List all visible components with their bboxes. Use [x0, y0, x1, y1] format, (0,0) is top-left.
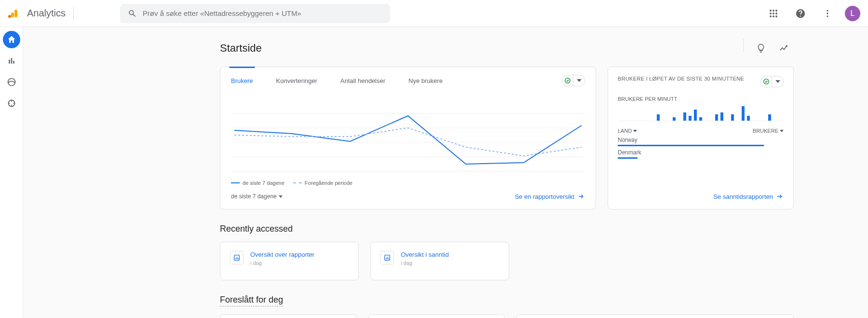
- suggested-card: Brukere ▾ etterLand-ID ▾LANDBRUKERE: [516, 314, 794, 318]
- search-icon: [128, 9, 137, 18]
- svg-rect-30: [387, 257, 388, 259]
- explore-icon: [7, 77, 16, 87]
- analytics-logo-icon: [8, 8, 19, 19]
- svg-point-11: [775, 15, 777, 17]
- svg-point-6: [770, 13, 772, 14]
- nav-reports[interactable]: [3, 52, 20, 69]
- svg-point-8: [775, 13, 777, 14]
- recent-sub: i dag: [250, 260, 314, 266]
- svg-rect-31: [389, 258, 389, 259]
- svg-point-7: [773, 13, 774, 14]
- bar: [673, 117, 676, 121]
- app-name: Analytics: [25, 8, 66, 19]
- svg-point-13: [827, 13, 828, 14]
- svg-point-14: [827, 15, 828, 17]
- bar: [689, 116, 692, 121]
- chevron-down-icon: [775, 79, 780, 84]
- card-status-control: [562, 75, 585, 86]
- report-icon: [230, 251, 244, 264]
- trends-icon[interactable]: [774, 39, 794, 58]
- bar: [731, 114, 734, 121]
- svg-point-10: [773, 15, 774, 17]
- home-icon: [7, 35, 16, 44]
- metric-tabs: Brukere Konverteringer Antall hendelser …: [220, 67, 596, 94]
- expand-button[interactable]: [573, 75, 585, 86]
- google-apps-icon[interactable]: [764, 4, 783, 23]
- chevron-down-icon: [577, 78, 582, 83]
- bar: [768, 114, 771, 121]
- country-row: Denmark: [618, 149, 784, 159]
- users-chart-card: Brukere Konverteringer Antall hendelser …: [220, 67, 596, 209]
- recent-card[interactable]: Oversikt over rapporteri dag: [220, 242, 359, 280]
- left-nav: [0, 27, 23, 318]
- country-row: Norway: [618, 137, 784, 146]
- realtime-card: BRUKERE I LØPET AV DE SISTE 30 MINUTTENE…: [608, 67, 794, 209]
- svg-rect-29: [386, 258, 386, 259]
- recent-card[interactable]: Oversikt i sanntidi dag: [370, 242, 509, 280]
- nav-explore[interactable]: [3, 73, 20, 91]
- arrow-right-icon: [577, 193, 585, 200]
- more-vert-icon[interactable]: [818, 4, 837, 23]
- legend-previous: Foregående periode: [293, 180, 353, 186]
- svg-point-12: [827, 10, 828, 11]
- content-area: Startside Brukere Konverte: [23, 27, 868, 318]
- bar: [694, 110, 697, 121]
- divider: [73, 7, 74, 20]
- report-overview-link[interactable]: Se en rapportoversikt: [515, 193, 585, 200]
- sparkle-trend-icon: [779, 43, 789, 54]
- svg-rect-25: [235, 258, 236, 259]
- recent-title: Oversikt over rapporter: [250, 251, 314, 258]
- card-status-control: [760, 76, 784, 87]
- svg-rect-1: [11, 13, 14, 17]
- chevron-down-icon: [633, 130, 637, 132]
- col-country[interactable]: LAND: [618, 128, 637, 134]
- nav-home[interactable]: [3, 31, 20, 48]
- svg-point-2: [8, 15, 11, 18]
- tab-brukere[interactable]: Brukere: [231, 67, 253, 94]
- bar: [715, 114, 718, 121]
- suggested-heading: Foreslått for deg: [220, 295, 283, 306]
- chevron-down-icon: [279, 195, 283, 198]
- realtime-title: BRUKERE I LØPET AV DE SISTE 30 MINUTTENE: [618, 76, 744, 82]
- tab-antall-hendelser[interactable]: Antall hendelser: [340, 67, 385, 94]
- report-icon: [380, 251, 394, 264]
- search-input[interactable]: [143, 9, 382, 17]
- suggested-card: Økter ▾ etterStandard kanalgr… ▾STANDARD…: [220, 314, 357, 318]
- tab-konverteringer[interactable]: Konverteringer: [276, 67, 317, 94]
- suggested-card: Visninger ▾ etterSidetittel og skjerm… ▾…: [368, 314, 505, 318]
- col-users[interactable]: BRUKERE: [753, 128, 784, 134]
- svg-point-4: [773, 10, 774, 12]
- help-icon[interactable]: [791, 4, 810, 23]
- realtime-subtitle: BRUKERE PER MINUTT: [618, 96, 784, 102]
- insights-icon[interactable]: [751, 39, 771, 58]
- status-ok-icon: [562, 75, 573, 86]
- recently-accessed-heading: Recently accessed: [220, 224, 794, 234]
- bar: [747, 116, 750, 121]
- bar: [699, 117, 702, 121]
- header-actions: L: [764, 4, 860, 23]
- user-avatar[interactable]: L: [845, 6, 860, 21]
- analytics-logo: [8, 8, 19, 19]
- tab-nye-brukere[interactable]: Nye brukere: [408, 67, 443, 94]
- search-box[interactable]: [120, 4, 390, 23]
- svg-point-5: [775, 10, 777, 12]
- svg-point-9: [770, 15, 772, 17]
- svg-rect-0: [14, 10, 17, 17]
- recent-title: Oversikt i sanntid: [401, 251, 449, 258]
- bar: [657, 114, 660, 121]
- realtime-report-link[interactable]: Se sanntidsrapporten: [713, 193, 784, 200]
- svg-point-3: [770, 10, 772, 12]
- expand-button[interactable]: [772, 76, 784, 87]
- target-icon: [7, 98, 16, 108]
- bar: [742, 106, 745, 121]
- nav-advertising[interactable]: [3, 95, 20, 112]
- bar-chart-icon: [7, 56, 16, 66]
- lightbulb-icon: [756, 43, 766, 54]
- chevron-down-icon: [780, 130, 784, 132]
- svg-rect-27: [238, 258, 239, 259]
- bar: [683, 112, 686, 121]
- status-ok-icon: [760, 76, 772, 87]
- chart-legend: de siste 7 dagene Foregående periode: [220, 176, 596, 193]
- app-header: Analytics L: [0, 0, 868, 27]
- date-range-dropdown[interactable]: de siste 7 dagene: [231, 193, 283, 200]
